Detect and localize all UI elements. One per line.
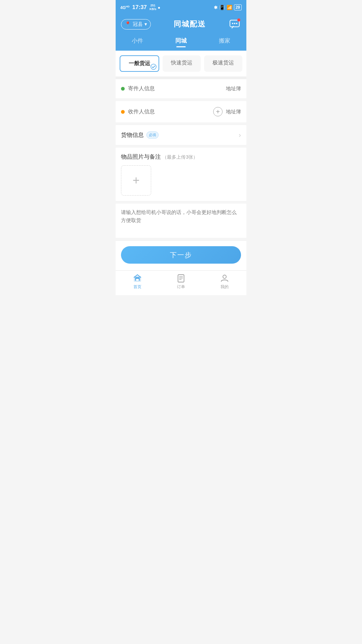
service-express[interactable]: 极速货运 <box>204 55 242 72</box>
svg-point-3 <box>236 23 237 24</box>
sender-info-section: 寄件人信息 地址簿 <box>116 79 246 98</box>
profile-icon <box>220 273 229 283</box>
receiver-address-book[interactable]: 地址簿 <box>226 109 241 115</box>
notes-textarea[interactable] <box>121 208 241 232</box>
tab-city[interactable]: 同城 <box>159 34 203 47</box>
photo-title: 物品照片与备注 <box>121 154 161 160</box>
tab-small[interactable]: 小件 <box>116 34 159 47</box>
nav-orders-label: 订单 <box>177 284 185 290</box>
receiver-dot <box>121 110 125 114</box>
tab-moving[interactable]: 搬家 <box>203 34 246 47</box>
status-left: 4GHD 17:37 251KB/s ● <box>120 4 160 11</box>
cargo-info-section: 货物信息 必填 › <box>116 125 246 145</box>
svg-point-4 <box>151 64 156 69</box>
bottom-navigation: 首页 订单 我的 <box>116 270 246 295</box>
svg-rect-8 <box>136 279 139 281</box>
status-right: ✱ 📳 📶 29 <box>214 4 242 10</box>
next-button-container: 下一步 <box>116 240 246 270</box>
nav-profile-label: 我的 <box>221 284 229 290</box>
location-button[interactable]: 📍 冠县 ▾ <box>121 19 151 30</box>
photo-upload-button[interactable]: + <box>121 165 151 196</box>
svg-point-2 <box>234 23 235 24</box>
photo-subtitle: （最多上传3张） <box>162 154 198 160</box>
nav-home[interactable]: 首页 <box>116 273 159 290</box>
wifi-icon: 📶 <box>227 5 232 10</box>
header: 📍 冠县 ▾ 同城配送 <box>116 15 246 34</box>
sender-label: 寄件人信息 <box>128 85 226 92</box>
nav-home-label: 首页 <box>133 284 141 290</box>
upload-plus-icon: + <box>132 174 139 186</box>
notification-badge <box>237 18 240 21</box>
sender-address-book[interactable]: 地址簿 <box>226 86 241 92</box>
status-bar: 4GHD 17:37 251KB/s ● ✱ 📳 📶 29 <box>116 0 246 15</box>
orders-icon <box>176 273 186 283</box>
cargo-title: 货物信息 <box>121 131 144 139</box>
home-icon <box>133 273 142 283</box>
receiver-info-row[interactable]: 收件人信息 + 地址簿 <box>116 101 246 122</box>
vibrate-icon: 📳 <box>219 5 225 10</box>
nav-orders[interactable]: 订单 <box>159 273 203 290</box>
location-name: 冠县 <box>133 21 143 28</box>
speed-display: 251KB/s <box>149 4 157 11</box>
dropdown-icon: ▾ <box>144 21 147 27</box>
nav-profile[interactable]: 我的 <box>203 273 246 290</box>
svg-point-13 <box>223 275 226 278</box>
add-receiver-button[interactable]: + <box>213 107 223 116</box>
cargo-chevron-icon: › <box>239 131 241 139</box>
battery-display: 29 <box>234 4 242 10</box>
bluetooth-icon: ✱ <box>214 5 218 10</box>
message-button[interactable] <box>228 18 241 31</box>
receiver-label: 收件人信息 <box>128 108 213 115</box>
receiver-info-section: 收件人信息 + 地址簿 <box>116 101 246 122</box>
next-button[interactable]: 下一步 <box>121 246 241 264</box>
check-icon <box>150 64 157 70</box>
svg-rect-9 <box>178 275 184 282</box>
time-display: 17:37 <box>132 4 147 11</box>
cargo-info-row[interactable]: 货物信息 必填 › <box>116 125 246 145</box>
svg-point-1 <box>232 23 233 24</box>
sender-info-row[interactable]: 寄件人信息 地址簿 <box>116 79 246 98</box>
network-icon: 4GHD <box>120 5 130 10</box>
service-selector: 一般货运 快速货运 极速货运 <box>116 51 246 79</box>
service-general[interactable]: 一般货运 <box>120 55 159 72</box>
required-badge: 必填 <box>146 131 159 139</box>
photo-title-row: 物品照片与备注 （最多上传3张） <box>121 153 241 161</box>
notes-section <box>116 204 246 238</box>
sender-dot <box>121 87 125 91</box>
tab-navigation: 小件 同城 搬家 <box>116 34 246 51</box>
app-title: 同城配送 <box>174 19 206 29</box>
location-icon: 📍 <box>125 21 131 27</box>
message-indicator: ● <box>158 5 161 10</box>
service-fast[interactable]: 快速货运 <box>163 55 201 72</box>
photo-notes-section: 物品照片与备注 （最多上传3张） + <box>116 148 246 201</box>
